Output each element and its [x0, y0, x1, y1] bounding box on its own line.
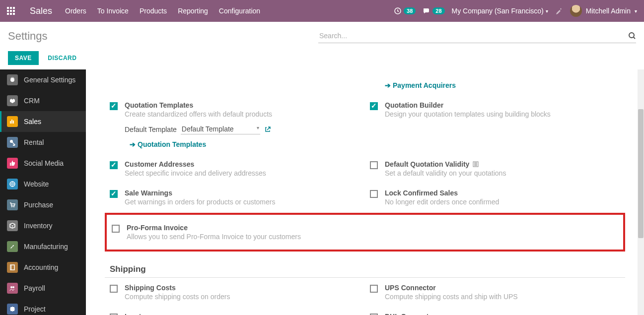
company-switcher[interactable]: My Company (San Francisco) ▾ [452, 7, 548, 15]
proforma-highlight: Pro-Forma Invoice Allows you to send Pro… [105, 213, 625, 252]
sidebar-item-label: Project [24, 305, 46, 313]
thumb-icon [7, 158, 18, 169]
sidebar-item-label: Manufacturing [24, 243, 68, 251]
discard-button[interactable]: DISCARD [41, 51, 83, 65]
content-inner: ➔ Payment Acquirers Quotation Templates … [93, 69, 637, 315]
sidebar-item-sales[interactable]: Sales [0, 111, 86, 132]
save-button[interactable]: SAVE [8, 51, 39, 65]
shipping-costs-checkbox[interactable] [110, 285, 118, 293]
user-name: Mitchell Admin [586, 7, 631, 15]
customer-addresses-checkbox[interactable] [110, 161, 118, 169]
sidebar-item-inventory[interactable]: Inventory [0, 215, 86, 236]
sidebar-item-label: Rental [24, 138, 44, 146]
ups-connector-checkbox[interactable] [370, 285, 378, 293]
avatar [570, 5, 582, 17]
nav-configuration[interactable]: Configuration [219, 7, 260, 15]
content-scroll[interactable]: ➔ Payment Acquirers Quotation Templates … [93, 69, 637, 315]
debug-icon[interactable] [555, 7, 563, 15]
setting-desc: Compute shipping costs and ship with UPS [385, 293, 620, 301]
book-icon [7, 262, 18, 273]
sidebar-item-manufacturing[interactable]: Manufacturing [0, 236, 86, 257]
search-input[interactable] [318, 29, 628, 43]
payment-acquirers-link[interactable]: ➔ Payment Acquirers [385, 81, 620, 89]
topbar-right: 38 28 My Company (San Francisco) ▾ Mitch… [394, 5, 644, 17]
wrench-icon [7, 241, 18, 252]
quotation-builder-checkbox[interactable] [370, 102, 378, 110]
default-quotation-validity-checkbox[interactable] [370, 161, 378, 169]
cart-icon [7, 199, 18, 210]
setting-title: Default Quotation Validity [385, 160, 620, 168]
sidebar-item-payroll[interactable]: Payroll [0, 278, 86, 299]
sidebar-item-rental[interactable]: Rental [0, 132, 86, 153]
quotation-templates-checkbox[interactable] [110, 102, 118, 110]
default-template-select[interactable]: Default Template [181, 124, 260, 134]
svg-point-5 [13, 206, 14, 207]
people-icon [7, 283, 18, 294]
lock-confirmed-checkbox[interactable] [370, 190, 378, 198]
arrow-right-icon: ➔ [385, 81, 391, 89]
buttons-row: SAVE DISCARD [0, 43, 644, 70]
gear-icon [7, 74, 18, 85]
nav-products[interactable]: Products [140, 7, 167, 15]
setting-desc: Allows you to send Pro-Forma Invoice to … [127, 233, 360, 241]
arrow-right-icon: ➔ [130, 140, 136, 148]
content-wrap: ➔ Payment Acquirers Quotation Templates … [86, 69, 644, 315]
sidebar-item-social-media[interactable]: Social Media [0, 153, 86, 174]
chat-icon [423, 7, 430, 15]
setting-desc: Create standardized offers with default … [125, 110, 360, 118]
sidebar-item-label: Social Media [24, 159, 64, 167]
chart-icon [7, 116, 18, 127]
setting-title: DHL Connector [385, 313, 620, 315]
nav-orders[interactable]: Orders [65, 7, 86, 15]
setting-title: Quotation Templates [125, 101, 360, 109]
handshake-icon [7, 95, 18, 106]
sidebar-item-crm[interactable]: CRM [0, 90, 86, 111]
sidebar-item-label: Accounting [24, 263, 58, 271]
body-area: General SettingsCRMSalesRentalSocial Med… [0, 69, 644, 315]
proforma-checkbox[interactable] [112, 225, 120, 233]
quotation-templates-link[interactable]: ➔ Quotation Templates [125, 140, 360, 148]
svg-point-1 [629, 33, 634, 38]
sidebar-item-purchase[interactable]: Purchase [0, 194, 86, 215]
svg-point-4 [11, 206, 12, 207]
sidebar-item-website[interactable]: Website [0, 174, 86, 194]
setting-desc: Compute shipping costs on orders [125, 293, 360, 301]
setting-desc: Select specific invoice and delivery add… [125, 169, 360, 177]
setting-title: Quotation Builder [385, 101, 620, 109]
setting-title: Pro-Forma Invoice [127, 224, 360, 232]
activity-badge: 38 [404, 7, 416, 14]
user-menu[interactable]: Mitchell Admin ▾ [570, 5, 637, 17]
settings-sidebar: General SettingsCRMSalesRentalSocial Med… [0, 69, 86, 315]
outer-scrollbar[interactable] [638, 69, 644, 315]
sale-warnings-checkbox[interactable] [110, 190, 118, 198]
sidebar-item-label: Inventory [24, 222, 53, 230]
setting-title: UPS Connector [385, 284, 620, 292]
app-title[interactable]: Sales [22, 6, 65, 16]
box-icon [7, 220, 18, 231]
setting-desc: No longer edit orders once confirmed [385, 198, 620, 206]
chevron-down-icon: ▾ [635, 8, 637, 14]
apps-menu-button[interactable] [0, 0, 22, 22]
nav-to-invoice[interactable]: To Invoice [97, 7, 129, 15]
sidebar-item-label: Website [24, 180, 49, 188]
search-icon[interactable] [628, 32, 636, 40]
control-row: Settings [0, 22, 644, 43]
enterprise-icon [472, 161, 479, 168]
sidebar-item-general-settings[interactable]: General Settings [0, 69, 86, 90]
nav-reporting[interactable]: Reporting [178, 7, 208, 15]
chevron-down-icon: ▾ [546, 8, 548, 14]
activity-indicator[interactable]: 38 [394, 7, 416, 15]
setting-desc: Get warnings in orders for products or c… [125, 198, 360, 206]
setting-desc: Design your quotation templates using bu… [385, 110, 620, 118]
sidebar-item-project[interactable]: Project [0, 299, 86, 315]
company-name: My Company (San Francisco) [452, 7, 544, 15]
external-link-icon[interactable] [264, 126, 271, 133]
discuss-badge: 28 [432, 7, 444, 14]
top-nav: Orders To Invoice Products Reporting Con… [65, 7, 260, 15]
sidebar-item-label: CRM [24, 97, 40, 105]
discuss-indicator[interactable]: 28 [423, 7, 444, 15]
setting-title: Customer Addresses [125, 160, 360, 168]
sidebar-item-accounting[interactable]: Accounting [0, 257, 86, 278]
svg-point-7 [12, 286, 14, 288]
sidebar-item-label: General Settings [24, 76, 75, 84]
